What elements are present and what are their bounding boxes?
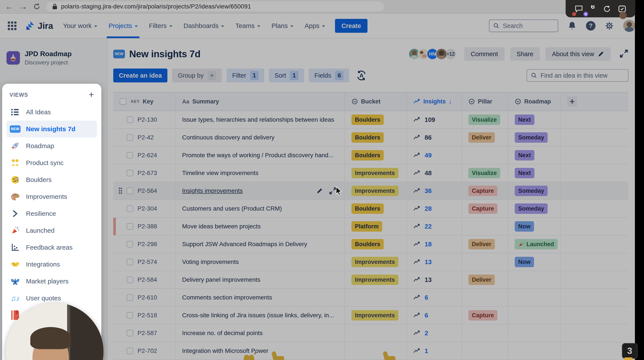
column-header-summary[interactable]: Aa Summary [176, 92, 345, 111]
sidebar-item-resilience[interactable]: Resilience [6, 205, 97, 222]
pillar-badge[interactable]: Capture [468, 310, 498, 320]
column-header-roadmap[interactable]: Roadmap [508, 92, 561, 111]
row-checkbox[interactable] [127, 134, 133, 141]
table-row-p2-42[interactable]: P2-42Continuous discovery and deliveryBo… [113, 129, 628, 147]
bucket-badge[interactable]: Improvements [352, 186, 398, 196]
chat-bubble-icon[interactable] [575, 5, 583, 13]
issue-summary[interactable]: Cross-site linking of Jira issues (issue… [182, 312, 334, 319]
sidebar-item-market-players[interactable]: Market players [6, 273, 97, 290]
sidebar-item-feedback-areas[interactable]: Feedback areas [6, 239, 97, 256]
bucket-badge[interactable]: Boulders [352, 114, 384, 125]
roadmap-badge[interactable]: Next [515, 150, 534, 160]
table-row-p2-130[interactable]: P2-130Issue types, hierarchies and relat… [113, 111, 628, 129]
roadmap-badge[interactable]: Next [515, 114, 534, 125]
forward-icon[interactable]: → [19, 3, 27, 11]
row-checkbox[interactable] [127, 241, 133, 247]
issue-summary[interactable]: Increase no. of decimal points [182, 330, 263, 336]
select-all-checkbox[interactable] [120, 98, 126, 105]
help-icon[interactable]: ? [586, 21, 596, 31]
fullscreen-expand-icon[interactable] [619, 49, 628, 59]
issue-summary[interactable]: Comments section improvements [182, 294, 272, 301]
find-idea-input[interactable]: Find an idea in this view [527, 69, 628, 82]
create-button[interactable]: Create [335, 19, 368, 33]
sidebar-item-launched[interactable]: Launched [6, 222, 97, 239]
global-search-input[interactable]: Search [489, 20, 558, 32]
nav-item-plans[interactable]: Plans [272, 14, 294, 38]
pillar-badge[interactable]: Deliver [468, 275, 495, 285]
roadmap-badge[interactable]: Launched [515, 239, 558, 249]
sidebar-item-product-sync[interactable]: Product sync [6, 154, 97, 171]
row-checkbox[interactable] [127, 294, 133, 301]
column-header-bucket[interactable]: Bucket [345, 92, 407, 111]
row-checkbox[interactable] [127, 259, 133, 265]
sidebar-item-new-insights-7d[interactable]: NEWNew insights 7d [6, 121, 97, 137]
drag-handle-icon[interactable] [118, 187, 122, 195]
sidebar-item-roadmap[interactable]: Roadmap [6, 137, 97, 154]
roadmap-badge[interactable]: Now [515, 257, 534, 267]
roadmap-badge[interactable]: Someday [515, 204, 548, 214]
group-by-button[interactable]: Group by + [172, 69, 222, 82]
sidebar-item-all-ideas[interactable]: All Ideas [6, 104, 97, 121]
about-view-button[interactable]: About this view [546, 47, 611, 61]
column-header-insights[interactable]: Insights ↓ [407, 92, 462, 111]
pillar-badge[interactable]: Visualize [468, 168, 500, 178]
row-checkbox[interactable] [127, 348, 133, 354]
user-avatar[interactable] [623, 20, 635, 32]
table-row-p2-388[interactable]: P2-388Move ideas between projectsPlatfor… [113, 218, 628, 236]
back-icon[interactable]: ← [5, 3, 14, 11]
sort-button[interactable]: Sort 1 [269, 69, 304, 82]
bucket-badge[interactable]: Improvements [352, 257, 398, 267]
notifications-bell-icon[interactable] [567, 21, 577, 31]
create-idea-button[interactable]: Create an idea [113, 69, 168, 82]
issue-summary[interactable]: Promote the ways of working / Product di… [182, 152, 334, 159]
row-checkbox[interactable] [127, 205, 133, 212]
row-checkbox[interactable] [127, 276, 133, 283]
table-row-p2-587[interactable]: P2-587Increase no. of decimal points2 [113, 324, 628, 342]
bucket-badge[interactable]: Boulders [352, 239, 384, 249]
nav-item-dashboards[interactable]: Dashboards [184, 14, 224, 38]
roadmap-badge[interactable]: Now [515, 221, 534, 232]
pillar-badge[interactable]: Deliver [468, 132, 495, 143]
finish-box-icon[interactable] [618, 5, 626, 13]
edit-pencil-icon[interactable] [316, 188, 323, 194]
row-checkbox[interactable] [127, 152, 133, 158]
issue-summary[interactable]: Continuous discovery and delivery [182, 134, 274, 141]
table-row-p2-574[interactable]: P2-574Voting improvementsImprovements13N… [113, 253, 628, 271]
bucket-badge[interactable]: Improvements [352, 275, 398, 285]
pillar-badge[interactable]: Capture [468, 186, 498, 196]
column-header-key[interactable]: KEY Key [113, 92, 176, 111]
table-row-p2-304[interactable]: P2-304Customers and users (Product CRM)B… [113, 200, 628, 218]
bucket-badge[interactable]: Platform [352, 221, 382, 232]
table-row-p2-584[interactable]: P2-584Delivery panel improvementsImprove… [113, 271, 628, 289]
table-row-p2-702[interactable]: P2-702Integration with Microsoft Power1 [113, 342, 628, 360]
pillar-badge[interactable]: Capture [468, 204, 498, 214]
project-header[interactable]: JPD Roadmap Discovery project [0, 39, 107, 66]
bucket-badge[interactable]: Improvements [352, 168, 398, 178]
row-checkbox[interactable] [127, 312, 133, 319]
nav-item-projects[interactable]: Projects [108, 14, 138, 38]
row-checkbox[interactable] [127, 170, 133, 176]
bucket-badge[interactable]: Boulders [352, 204, 384, 214]
issue-summary[interactable]: Support JSW Advanced Roadmaps in Deliver… [182, 241, 307, 248]
nav-item-apps[interactable]: Apps [305, 14, 325, 38]
column-header-pillar[interactable]: Pillar [462, 92, 508, 111]
roadmap-badge[interactable]: Someday [515, 186, 548, 196]
issue-summary[interactable]: Timeline view improvements [182, 169, 258, 176]
bucket-badge[interactable]: Improvements [352, 310, 398, 320]
row-checkbox[interactable] [127, 116, 133, 123]
app-switcher-icon[interactable] [8, 22, 16, 30]
fields-button[interactable]: Fields 6 [309, 69, 349, 82]
row-checkbox[interactable] [127, 188, 133, 194]
bucket-badge[interactable]: Boulders [352, 150, 384, 160]
add-view-button[interactable]: + [88, 90, 94, 99]
reload-icon[interactable] [33, 3, 41, 11]
sidebar-item-integrations[interactable]: Integrations [6, 256, 97, 273]
row-checkbox[interactable] [127, 223, 133, 230]
issue-summary[interactable]: Delivery panel improvements [182, 276, 260, 283]
jira-logo[interactable]: Jira [26, 21, 53, 31]
table-row-p2-564[interactable]: P2-564Insights improvementsImprovements3… [113, 182, 628, 200]
comment-button[interactable]: Comment [464, 47, 504, 61]
issue-summary[interactable]: Insights improvements [182, 187, 243, 194]
table-row-p2-298[interactable]: P2-298Support JSW Advanced Roadmaps in D… [113, 236, 628, 253]
sidebar-item-improvements[interactable]: Improvements [6, 188, 97, 205]
